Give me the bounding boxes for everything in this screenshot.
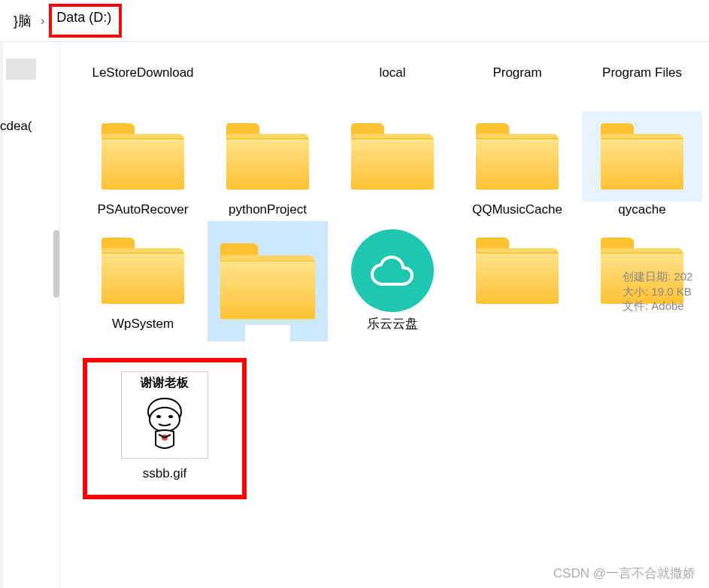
sidebar-item[interactable]: cdea( <box>0 119 59 134</box>
scrollbar-icon[interactable] <box>53 230 59 298</box>
cloud-icon <box>351 229 434 312</box>
folder-icon <box>351 123 434 189</box>
cloud-item-leyun[interactable]: 乐云云盘 <box>332 226 453 341</box>
sidebar: cdea( <box>0 42 60 588</box>
folder-icon <box>226 123 309 189</box>
folder-item[interactable] <box>457 226 577 341</box>
folder-icon <box>102 238 184 304</box>
thumb-caption: 谢谢老板 <box>141 375 189 391</box>
chevron-right-icon: › <box>38 14 47 28</box>
item-label: local <box>334 65 451 101</box>
svg-point-0 <box>150 408 180 432</box>
file-grid: LeStoreDownload local Program Program Fi… <box>60 42 709 588</box>
item-label <box>245 325 290 341</box>
folder-item[interactable] <box>332 111 453 218</box>
folder-icon <box>476 238 559 304</box>
folder-item-qqmusiccache[interactable]: QQMusicCache <box>457 111 577 218</box>
folder-item-lestoredownload[interactable]: LeStoreDownload <box>83 42 203 101</box>
folder-item-psautorecover[interactable]: PSAutoRecover <box>83 111 203 218</box>
folder-icon <box>220 243 316 319</box>
breadcrumb-current[interactable]: Data (D:) <box>49 4 122 38</box>
item-label: PSAutoRecover <box>84 202 201 218</box>
item-label: Program Files <box>583 65 701 101</box>
breadcrumb-parent[interactable]: }脑 <box>8 8 38 35</box>
folder-item-wpsystem[interactable]: WpSystem <box>83 226 203 341</box>
item-label <box>209 65 326 101</box>
sidebar-swatch <box>6 59 36 80</box>
item-label: qycache <box>583 202 701 218</box>
item-label: QQMusicCache <box>459 202 576 218</box>
folder-item-local[interactable]: local <box>332 42 453 101</box>
folder-item-program-files[interactable]: Program Files <box>582 42 702 101</box>
folder-icon <box>601 238 683 304</box>
item-label: ssbb.gif <box>143 466 187 481</box>
item-label: 乐云云盘 <box>334 316 451 332</box>
folder-item-pythonproject[interactable]: pythonProject <box>208 111 328 218</box>
breadcrumb[interactable]: }脑 › Data (D:) <box>0 0 709 42</box>
face-icon <box>136 394 193 454</box>
item-label: pythonProject <box>209 202 326 218</box>
watermark: CSDN @一言不合就撒娇 <box>553 565 695 582</box>
folder-item[interactable] <box>582 226 702 341</box>
file-thumbnail: 谢谢老板 <box>121 371 208 459</box>
item-label: Program <box>459 65 576 101</box>
folder-item-selected[interactable] <box>208 226 328 341</box>
svg-point-1 <box>156 415 161 418</box>
item-label: WpSystem <box>84 316 201 332</box>
folder-item-program[interactable]: Program <box>457 42 577 101</box>
folder-item[interactable] <box>208 42 328 101</box>
item-label: LeStoreDownload <box>84 65 201 101</box>
folder-icon <box>601 123 683 189</box>
file-item-ssbb-gif[interactable]: 谢谢老板 ssbb.gif <box>83 358 247 499</box>
folder-item-qycache[interactable]: qycache <box>582 111 702 218</box>
folder-icon <box>476 123 559 189</box>
folder-icon <box>102 123 184 189</box>
svg-point-2 <box>168 415 173 418</box>
